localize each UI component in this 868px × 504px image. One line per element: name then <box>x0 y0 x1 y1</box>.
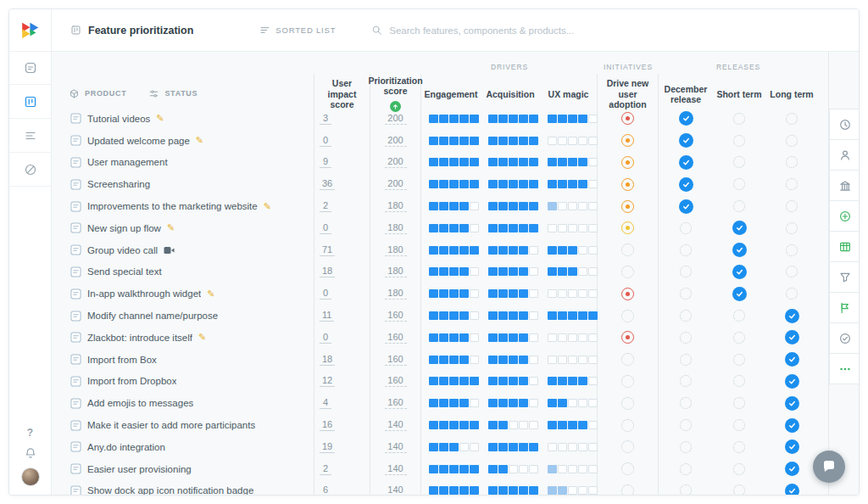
rating-segment[interactable] <box>449 465 459 473</box>
ux-magic-rating[interactable] <box>540 392 598 414</box>
rating-segment[interactable] <box>439 115 448 123</box>
rating-segment[interactable] <box>578 356 587 364</box>
engagement-rating[interactable] <box>421 480 481 495</box>
user-impact-cell[interactable]: 2 <box>314 195 370 217</box>
rating-segment[interactable] <box>449 115 459 123</box>
rating-segment[interactable] <box>548 399 557 407</box>
table-row[interactable]: Easier user provisioning2140 <box>52 458 828 480</box>
rating-segment[interactable] <box>578 289 587 298</box>
rating-segment[interactable] <box>578 267 587 276</box>
rating-segment[interactable] <box>558 224 567 232</box>
release-long-cell[interactable] <box>765 152 818 174</box>
rating-segment[interactable] <box>588 158 598 166</box>
feature-name-cell[interactable]: Zlackbot: introduce itself✎ <box>52 327 314 349</box>
rating-segment[interactable] <box>470 137 479 145</box>
feature-name-cell[interactable]: Updated welcome page✎ <box>52 130 314 152</box>
rating-segment[interactable] <box>439 246 448 255</box>
user-impact-cell[interactable]: 6 <box>314 480 370 495</box>
rating-segment[interactable] <box>548 333 557 342</box>
rating-segment[interactable] <box>548 486 557 495</box>
table-row[interactable]: Import from Box18160 <box>52 349 828 371</box>
prioritization-score-cell[interactable]: 160 <box>370 392 421 414</box>
drive-adoption-cell[interactable] <box>598 261 659 283</box>
ux-magic-rating[interactable] <box>540 283 598 305</box>
rating-segment[interactable] <box>449 202 459 210</box>
feature-name-cell[interactable]: Screensharing <box>52 173 314 195</box>
ux-magic-rating[interactable] <box>540 436 598 458</box>
rating-segment[interactable] <box>439 377 448 385</box>
rating-segment[interactable] <box>578 399 587 407</box>
rating-segment[interactable] <box>519 486 528 495</box>
rating-segment[interactable] <box>588 137 598 145</box>
rating-segment[interactable] <box>429 137 438 145</box>
rating-segment[interactable] <box>529 180 538 188</box>
rating-segment[interactable] <box>588 465 598 473</box>
feature-name-cell[interactable]: Group video call <box>52 239 314 261</box>
rating-segment[interactable] <box>578 246 587 255</box>
rating-segment[interactable] <box>498 267 508 276</box>
rating-segment[interactable] <box>548 465 557 473</box>
rating-segment[interactable] <box>498 465 508 473</box>
bell-icon[interactable] <box>24 446 37 460</box>
rating-segment[interactable] <box>429 115 438 123</box>
rating-segment[interactable] <box>509 356 518 364</box>
user-impact-cell[interactable]: 0 <box>314 130 370 152</box>
rating-segment[interactable] <box>529 443 538 451</box>
release-december-cell[interactable] <box>659 458 713 480</box>
rating-segment[interactable] <box>429 377 438 385</box>
rating-segment[interactable] <box>509 202 518 210</box>
release-december-cell[interactable] <box>659 414 713 436</box>
table-row[interactable]: Zlackbot: introduce itself✎0160 <box>52 327 828 349</box>
rating-segment[interactable] <box>558 267 567 276</box>
release-december-cell[interactable] <box>659 239 713 261</box>
prioritization-score-cell[interactable]: 200 <box>370 108 421 130</box>
prioritization-score-cell[interactable]: 180 <box>370 239 421 261</box>
release-long-cell[interactable] <box>765 173 818 195</box>
rating-segment[interactable] <box>578 465 587 473</box>
release-short-cell[interactable] <box>713 414 765 436</box>
table-row[interactable]: Tutorial videos✎3200 <box>52 108 828 130</box>
rating-segment[interactable] <box>459 202 469 210</box>
table-row[interactable]: New sign up flow✎0180 <box>52 217 828 239</box>
release-short-cell[interactable] <box>713 261 765 283</box>
tool-more[interactable] <box>829 353 860 384</box>
release-long-cell[interactable] <box>765 327 818 349</box>
feature-name-cell[interactable]: Modify channel name/purpose <box>52 305 314 327</box>
rating-segment[interactable] <box>470 486 479 495</box>
rating-segment[interactable] <box>470 377 479 385</box>
rating-segment[interactable] <box>588 377 598 385</box>
drive-adoption-cell[interactable] <box>598 173 659 195</box>
rating-segment[interactable] <box>459 289 469 298</box>
drive-adoption-cell[interactable] <box>598 305 659 327</box>
acquisition-rating[interactable] <box>481 305 540 327</box>
rating-segment[interactable] <box>470 246 479 255</box>
rating-segment[interactable] <box>548 180 557 188</box>
rating-segment[interactable] <box>519 180 528 188</box>
rating-segment[interactable] <box>459 311 469 320</box>
rating-segment[interactable] <box>548 202 557 210</box>
rating-segment[interactable] <box>498 421 508 429</box>
tool-columns[interactable] <box>829 170 860 201</box>
acquisition-rating[interactable] <box>481 195 540 217</box>
release-short-cell[interactable] <box>713 392 765 414</box>
rating-segment[interactable] <box>470 158 479 166</box>
engagement-rating[interactable] <box>421 217 481 239</box>
rating-segment[interactable] <box>429 224 438 232</box>
tool-table[interactable] <box>829 231 860 262</box>
rating-segment[interactable] <box>578 137 587 145</box>
acquisition-rating[interactable] <box>481 371 540 393</box>
sorted-list-button[interactable]: SORTED LIST <box>259 25 336 36</box>
rating-segment[interactable] <box>439 158 448 166</box>
rating-segment[interactable] <box>449 224 459 232</box>
rating-segment[interactable] <box>439 202 448 210</box>
rating-segment[interactable] <box>509 421 518 429</box>
product-filter-button[interactable]: PRODUCT <box>69 88 126 99</box>
rating-segment[interactable] <box>488 267 498 276</box>
rating-segment[interactable] <box>529 421 538 429</box>
ux-magic-rating[interactable] <box>540 217 598 239</box>
acquisition-rating[interactable] <box>481 173 540 195</box>
rating-segment[interactable] <box>529 356 538 364</box>
tool-user[interactable] <box>829 139 860 171</box>
rating-segment[interactable] <box>429 180 438 188</box>
user-impact-cell[interactable]: 19 <box>314 436 370 458</box>
